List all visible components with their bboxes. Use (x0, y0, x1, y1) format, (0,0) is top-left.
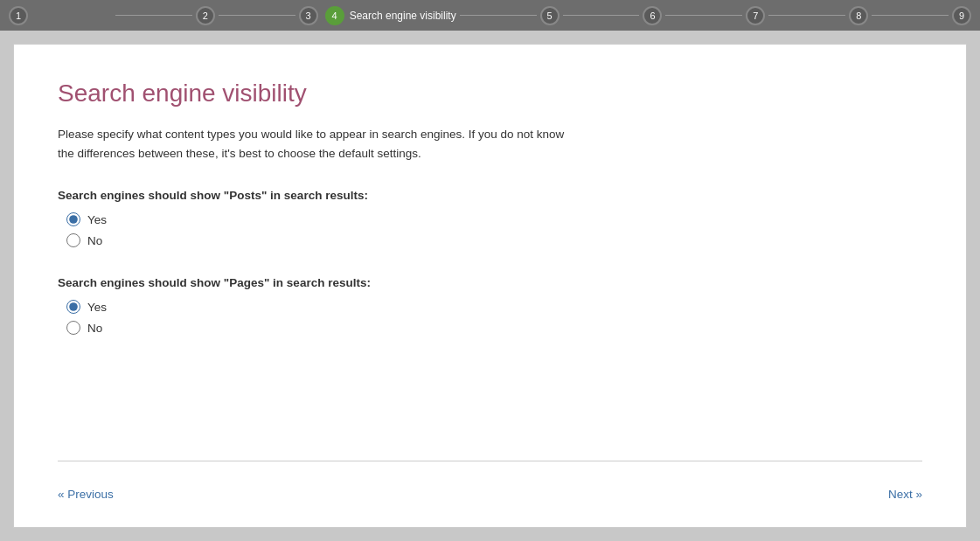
page-description: Please specify what content types you wo… (58, 125, 565, 163)
posts-section: Search engines should show "Posts" in se… (58, 189, 922, 254)
wizard-step-5: 5 (456, 6, 560, 25)
wizard-circle-4[interactable]: 4 (325, 6, 344, 25)
main-content: Search engine visibility Please specify … (0, 31, 980, 541)
posts-no-label: No (87, 234, 102, 247)
wizard-circle-6: 6 (643, 6, 662, 25)
pages-yes-option[interactable]: Yes (66, 300, 922, 314)
pages-section: Search engines should show "Pages" in se… (58, 276, 922, 342)
wizard-label-4: Search engine visibility (350, 10, 456, 22)
wizard-line-8 (872, 15, 949, 16)
posts-section-label: Search engines should show "Posts" in se… (58, 189, 922, 202)
form-card: Search engine visibility Please specify … (13, 44, 967, 528)
posts-yes-radio[interactable] (66, 212, 80, 226)
wizard-progress-bar: 1234Search engine visibility56789 (0, 0, 980, 31)
pages-section-label: Search engines should show "Pages" in se… (58, 276, 922, 289)
nav-buttons: « Previous Next » (58, 488, 922, 501)
next-button[interactable]: Next » (888, 488, 922, 501)
pages-radio-group: Yes No (66, 300, 922, 335)
wizard-step-8: 8 (765, 6, 868, 25)
wizard-line-1 (115, 15, 192, 16)
posts-yes-label: Yes (87, 213, 107, 226)
pages-no-option[interactable]: No (66, 321, 922, 335)
posts-no-option[interactable]: No (66, 233, 922, 247)
wizard-line-6 (665, 15, 742, 16)
divider (58, 461, 922, 461)
posts-no-radio[interactable] (66, 233, 80, 247)
wizard-step-2: 2 (112, 6, 215, 25)
wizard-line-5 (563, 15, 640, 16)
wizard-circle-3: 3 (299, 6, 318, 25)
pages-yes-label: Yes (87, 301, 107, 314)
wizard-circle-1: 1 (9, 6, 28, 25)
pages-yes-radio[interactable] (66, 300, 80, 314)
posts-yes-option[interactable]: Yes (66, 212, 922, 226)
wizard-step-7: 7 (662, 6, 765, 25)
previous-button[interactable]: « Previous (58, 488, 114, 501)
pages-no-radio[interactable] (66, 321, 80, 335)
pages-no-label: No (87, 322, 102, 335)
wizard-step-3: 3 (215, 6, 318, 25)
wizard-line-4 (460, 15, 537, 16)
wizard-line-2 (219, 15, 295, 16)
wizard-circle-2: 2 (196, 6, 215, 25)
wizard-step-6: 6 (560, 6, 663, 25)
page-title: Search engine visibility (58, 80, 922, 108)
wizard-circle-9: 9 (952, 6, 971, 25)
wizard-circle-8: 8 (849, 6, 868, 25)
wizard-step-4: 4Search engine visibility (318, 6, 456, 25)
posts-radio-group: Yes No (66, 212, 922, 247)
wizard-line-7 (768, 15, 845, 16)
wizard-step-1: 1 (9, 6, 112, 25)
wizard-step-9: 9 (868, 6, 971, 25)
wizard-circle-5: 5 (540, 6, 560, 25)
wizard-circle-7: 7 (746, 6, 765, 25)
